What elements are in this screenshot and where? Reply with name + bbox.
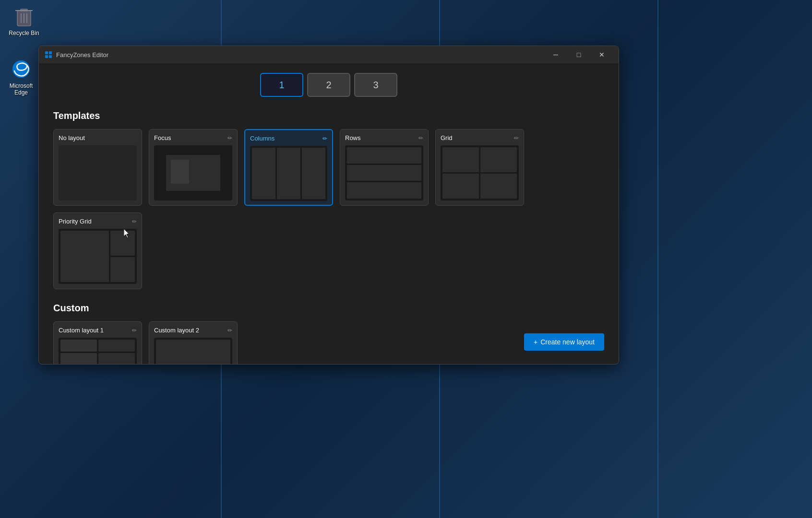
template-focus-preview <box>154 145 232 200</box>
template-focus-edit-icon[interactable]: ✏ <box>227 135 232 141</box>
col-3 <box>302 148 325 199</box>
template-focus-header: Focus ✏ <box>154 134 232 141</box>
template-priority-grid[interactable]: Priority Grid ✏ <box>53 212 142 289</box>
col-2 <box>277 148 300 199</box>
row-1 <box>347 147 421 164</box>
custom-layout-2-preview <box>154 338 232 364</box>
recycle-bin-label: Recycle Bin <box>9 30 39 36</box>
template-grid-header: Grid ✏ <box>441 134 519 141</box>
recycle-bin-image <box>12 5 36 28</box>
custom-layout-2-card[interactable]: Custom layout 2 ✏ <box>149 321 238 364</box>
template-priority-grid-header: Priority Grid ✏ <box>59 218 137 225</box>
templates-header: Templates <box>53 110 604 121</box>
template-columns-edit-icon[interactable]: ✏ <box>322 135 327 142</box>
window-app-icon <box>45 51 52 59</box>
priority-main-zone <box>60 231 109 282</box>
edge-image <box>10 58 33 81</box>
minimize-button[interactable]: ─ <box>545 47 567 62</box>
svg-rect-7 <box>45 51 48 54</box>
templates-grid: No layout Focus ✏ Columns ✏ <box>53 129 604 289</box>
create-button-label: Create new layout <box>540 338 595 346</box>
desktop: Recycle Bin Microsoft Edge FancyZones Ed… <box>0 0 812 518</box>
maximize-button[interactable]: □ <box>568 47 590 62</box>
template-columns-title: Columns <box>250 135 275 142</box>
desktop-line-3 <box>657 0 658 518</box>
svg-rect-8 <box>49 51 52 54</box>
template-rows-edit-icon[interactable]: ✏ <box>418 135 423 141</box>
template-focus[interactable]: Focus ✏ <box>149 129 238 206</box>
recycle-bin-icon[interactable]: Recycle Bin <box>5 5 43 36</box>
template-priority-grid-edit-icon[interactable]: ✏ <box>132 218 137 225</box>
template-rows-preview <box>345 145 423 200</box>
template-grid-title: Grid <box>441 134 453 141</box>
monitor-tab-1[interactable]: 1 <box>260 73 303 97</box>
custom1-top-right <box>98 340 135 352</box>
custom-grid: Custom layout 1 ✏ <box>53 321 604 364</box>
template-focus-title: Focus <box>154 134 171 141</box>
row-3 <box>347 182 421 199</box>
create-plus-icon: + <box>534 338 537 346</box>
template-columns-preview <box>250 146 327 201</box>
monitor-tab-3[interactable]: 3 <box>354 73 397 97</box>
monitor-tab-2[interactable]: 2 <box>307 73 350 97</box>
custom-header: Custom <box>53 303 604 314</box>
grid-cell-4 <box>480 174 517 199</box>
template-grid-preview <box>441 145 519 200</box>
template-priority-grid-preview <box>59 229 137 284</box>
template-rows-header: Rows ✏ <box>345 134 423 141</box>
svg-rect-10 <box>49 55 52 58</box>
titlebar: FancyZones Editor ─ □ ✕ <box>39 46 619 63</box>
custom-layout-1-preview <box>59 338 137 364</box>
custom-layout-2-header: Custom layout 2 ✏ <box>154 327 232 334</box>
grid-cell-3 <box>442 174 479 199</box>
template-no-layout-header: No layout <box>59 134 137 141</box>
custom-layout-1-title: Custom layout 1 <box>59 327 104 334</box>
create-new-layout-button[interactable]: + Create new layout <box>524 333 604 351</box>
grid-cell-2 <box>480 147 517 172</box>
custom1-left-col <box>60 340 97 364</box>
edge-label: Microsoft Edge <box>2 82 40 96</box>
template-no-layout-title: No layout <box>59 134 85 141</box>
custom1-right-col <box>98 340 135 364</box>
template-no-layout[interactable]: No layout <box>53 129 142 206</box>
fancyzones-window: FancyZones Editor ─ □ ✕ 1 2 3 Te <box>38 46 619 365</box>
microsoft-edge-icon[interactable]: Microsoft Edge <box>2 58 40 96</box>
template-columns[interactable]: Columns ✏ <box>244 129 333 206</box>
custom1-top-left <box>60 340 97 352</box>
priority-side-1 <box>110 231 135 256</box>
template-priority-grid-title: Priority Grid <box>59 218 92 225</box>
col-1 <box>252 148 275 199</box>
priority-side-2 <box>110 257 135 282</box>
custom-layout-2-title: Custom layout 2 <box>154 327 199 334</box>
custom-layout-2-edit-icon[interactable]: ✏ <box>227 327 232 334</box>
custom-layout-1-card[interactable]: Custom layout 1 ✏ <box>53 321 142 364</box>
custom2-top-zone <box>156 340 230 364</box>
grid-cell-1 <box>442 147 479 172</box>
monitor-tabs: 1 2 3 <box>53 73 604 97</box>
row-2 <box>347 165 421 181</box>
template-columns-header: Columns ✏ <box>250 135 327 142</box>
svg-rect-9 <box>45 55 48 58</box>
template-rows-title: Rows <box>345 134 361 141</box>
close-button[interactable]: ✕ <box>591 47 613 62</box>
template-no-layout-preview <box>59 145 137 200</box>
template-grid[interactable]: Grid ✏ <box>435 129 524 206</box>
window-content: 1 2 3 Templates No layout <box>39 63 619 364</box>
template-grid-edit-icon[interactable]: ✏ <box>514 135 519 141</box>
custom1-bottom-left <box>60 353 97 365</box>
custom-layout-1-header: Custom layout 1 ✏ <box>59 327 137 334</box>
custom1-bottom-right <box>98 353 135 365</box>
window-title: FancyZones Editor <box>56 51 545 59</box>
template-rows[interactable]: Rows ✏ <box>340 129 429 206</box>
custom-layout-1-edit-icon[interactable]: ✏ <box>132 327 137 334</box>
window-controls: ─ □ ✕ <box>545 47 613 62</box>
